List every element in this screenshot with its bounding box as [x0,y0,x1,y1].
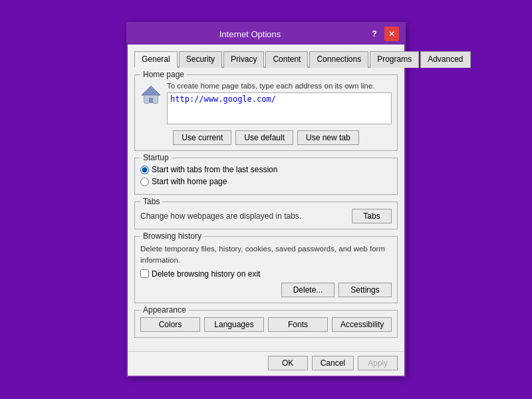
appearance-section: Appearance Colors Languages Fonts Access… [134,310,398,338]
tab-programs[interactable]: Programs [370,51,419,68]
delete-on-exit-row: Delete browsing history on exit [140,269,392,279]
title-bar-controls: ? ✕ [367,27,399,41]
tab-general[interactable]: General [134,51,178,68]
browsing-history-section-label: Browsing history [140,231,204,241]
ok-button[interactable]: OK [268,356,308,370]
delete-on-exit-label: Delete browsing history on exit [152,269,260,279]
tabs-bar: General Security Privacy Content Connect… [134,50,398,68]
tabs-section-label: Tabs [140,197,162,206]
use-current-button[interactable]: Use current [173,130,231,145]
homepage-description: To create home page tabs, type each addr… [167,82,392,90]
tabs-section-content: Change how webpages are displayed in tab… [140,209,392,223]
browsing-history-buttons: Delete... Settings [140,283,392,297]
browsing-history-description: Delete temporary files, history, cookies… [140,243,392,265]
tab-privacy[interactable]: Privacy [223,51,264,68]
languages-button[interactable]: Languages [204,317,264,332]
internet-options-dialog: Internet Options ? ✕ General Security Pr… [126,22,406,376]
tabs-section-row: Change how webpages are displayed in tab… [140,209,392,223]
svg-marker-3 [142,86,160,95]
startup-section-content: Start with tabs from the last session St… [140,165,392,186]
startup-section: Startup Start with tabs from the last se… [134,158,398,195]
startup-option1-label: Start with tabs from the last session [152,165,277,174]
homepage-url-input[interactable]: http://www.google.com/ [167,92,392,124]
startup-option2-radio[interactable] [140,178,149,186]
appearance-section-label: Appearance [140,305,189,315]
browsing-history-section: Browsing history Delete temporary files,… [134,236,398,303]
accessibility-button[interactable]: Accessibility [332,317,392,332]
tabs-section-description: Change how webpages are displayed in tab… [140,211,301,221]
tab-connections[interactable]: Connections [309,51,368,68]
dialog-content: General Security Privacy Content Connect… [128,45,404,350]
tabs-section: Tabs Change how webpages are displayed i… [134,201,398,229]
browsing-history-section-content: Delete temporary files, history, cookies… [140,243,392,297]
use-default-button[interactable]: Use default [235,130,293,145]
startup-option1-radio[interactable] [140,166,149,174]
homepage-row: To create home page tabs, type each addr… [140,82,392,126]
close-button[interactable]: ✕ [384,27,399,41]
startup-option1-row: Start with tabs from the last session [140,165,392,174]
delete-on-exit-checkbox[interactable] [140,269,149,278]
homepage-buttons: Use current Use default Use new tab [140,130,392,145]
settings-button[interactable]: Settings [338,283,392,297]
dialog-title: Internet Options [133,29,367,39]
homepage-right: To create home page tabs, type each addr… [167,82,392,126]
svg-rect-2 [149,98,153,103]
bottom-buttons: OK Cancel Apply [128,351,404,376]
startup-option2-label: Start with home page [152,177,227,186]
homepage-section-label: Home page [140,70,187,79]
homepage-section: Home page To create home page tabs, type… [134,74,398,151]
homepage-section-content: To create home page tabs, type each addr… [140,82,392,145]
home-icon [140,84,162,106]
fonts-button[interactable]: Fonts [268,317,328,332]
appearance-section-content: Colors Languages Fonts Accessibility [140,317,392,332]
help-button[interactable]: ? [367,27,382,41]
appearance-buttons: Colors Languages Fonts Accessibility [140,317,392,332]
apply-button[interactable]: Apply [358,356,398,370]
colors-button[interactable]: Colors [140,317,200,332]
tab-content[interactable]: Content [265,51,308,68]
delete-button[interactable]: Delete... [281,283,334,297]
cancel-button[interactable]: Cancel [312,356,354,370]
startup-section-label: Startup [140,153,172,162]
tabs-button[interactable]: Tabs [352,209,392,223]
title-bar: Internet Options ? ✕ [128,23,404,45]
startup-option2-row: Start with home page [140,177,392,186]
tab-security[interactable]: Security [179,51,222,68]
tab-advanced[interactable]: Advanced [420,51,470,68]
use-new-tab-button[interactable]: Use new tab [297,130,359,145]
